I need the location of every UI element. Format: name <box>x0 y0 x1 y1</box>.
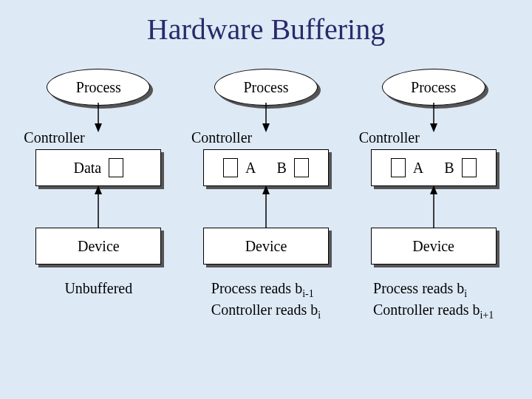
buffer-slot-a <box>391 158 406 177</box>
label-b: B <box>277 160 287 177</box>
device-box: Device <box>35 228 161 265</box>
data-label: Data <box>73 160 101 177</box>
process-ellipse: Process <box>214 69 318 106</box>
page-title: Hardware Buffering <box>0 0 532 47</box>
label-a: A <box>413 160 423 177</box>
controller-box: A B <box>371 149 497 186</box>
device-label: Device <box>245 238 287 255</box>
data-slot <box>109 158 123 177</box>
controller-box: Data <box>35 149 161 186</box>
controller-label: Controller <box>24 129 84 146</box>
controller-label: Controller <box>359 129 420 146</box>
device-box: Device <box>371 228 497 265</box>
label-a: A <box>245 160 256 177</box>
diagram-columns: Process Controller Data Device Unbuffere… <box>0 69 532 321</box>
caption-unbuffered: Unbuffered <box>64 279 132 321</box>
svg-marker-5 <box>262 123 270 132</box>
column-double-buffer-1: Process Controller A B Device Proce <box>188 69 344 321</box>
caption-buffer-1: Process reads bi-1 Controller reads bi <box>211 279 321 321</box>
arrow-device-to-controller <box>424 185 443 230</box>
svg-marker-1 <box>95 123 102 132</box>
controller-label: Controller <box>191 129 252 146</box>
device-label: Device <box>412 238 454 255</box>
buffer-slot-a <box>223 158 238 177</box>
buffer-slot-b <box>294 158 309 177</box>
column-unbuffered: Process Controller Data Device Unbuffere… <box>21 69 176 321</box>
device-box: Device <box>203 228 329 265</box>
buffer-slot-b <box>462 158 477 177</box>
process-label: Process <box>411 79 456 96</box>
process-ellipse: Process <box>47 69 150 106</box>
arrow-device-to-controller <box>89 185 108 230</box>
device-label: Device <box>78 238 120 255</box>
column-double-buffer-2: Process Controller A B Device Proce <box>356 69 511 321</box>
process-label: Process <box>76 79 121 96</box>
caption-buffer-2: Process reads bi Controller reads bi+1 <box>373 279 494 321</box>
process-label: Process <box>243 79 288 96</box>
arrow-device-to-controller <box>256 185 276 230</box>
controller-box: A B <box>203 149 329 186</box>
process-ellipse: Process <box>382 69 485 106</box>
svg-marker-9 <box>430 123 437 132</box>
label-b: B <box>444 160 454 177</box>
